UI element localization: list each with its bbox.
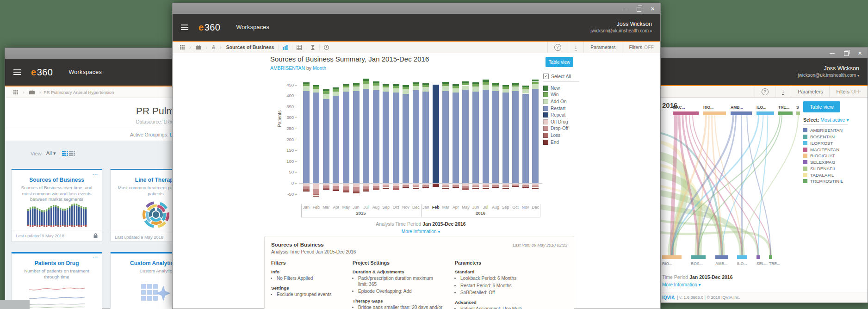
bar-segment[interactable] bbox=[512, 85, 519, 87]
bar-segment[interactable] bbox=[373, 81, 379, 83]
bar-segment[interactable] bbox=[422, 87, 429, 91]
bar-segment[interactable] bbox=[453, 187, 459, 188]
grid-view-icon[interactable] bbox=[62, 151, 68, 156]
legend-item-new[interactable]: New bbox=[543, 85, 568, 92]
view-filter-dropdown[interactable]: All ▾ bbox=[46, 150, 56, 156]
bar-segment[interactable] bbox=[333, 87, 339, 89]
bar-segment[interactable] bbox=[512, 91, 519, 183]
bar-segment[interactable] bbox=[323, 89, 329, 91]
bar-segment[interactable] bbox=[313, 89, 319, 93]
bar-segment[interactable] bbox=[433, 85, 439, 183]
bar-segment[interactable] bbox=[472, 82, 479, 84]
bar-segment[interactable] bbox=[532, 188, 539, 189]
bar-segment[interactable] bbox=[442, 82, 449, 84]
bar-segment[interactable] bbox=[353, 83, 360, 85]
bar-segment[interactable] bbox=[303, 186, 310, 190]
legend-item-restart[interactable]: Restart bbox=[543, 105, 568, 112]
bar-segment[interactable] bbox=[353, 184, 360, 187]
workspace-icon[interactable] bbox=[29, 90, 35, 94]
bar-segment[interactable] bbox=[313, 189, 319, 193]
bar-segment[interactable] bbox=[353, 187, 360, 191]
bar-segment[interactable] bbox=[403, 187, 409, 188]
legend-item-add_on[interactable]: Add-On bbox=[543, 98, 568, 105]
filters-toggle[interactable]: FiltersOFF bbox=[622, 42, 660, 53]
bar-segment[interactable] bbox=[393, 84, 399, 86]
bar-segment[interactable] bbox=[333, 190, 339, 191]
bar-segment[interactable] bbox=[313, 87, 319, 88]
bar-segment[interactable] bbox=[442, 86, 449, 91]
bar-segment[interactable] bbox=[472, 92, 479, 183]
bar-segment[interactable] bbox=[393, 93, 399, 183]
bar-segment[interactable] bbox=[313, 184, 319, 189]
bar-segment[interactable] bbox=[353, 192, 360, 193]
bar-segment[interactable] bbox=[343, 192, 349, 192]
bar-segment[interactable] bbox=[453, 88, 459, 93]
bar-segment[interactable] bbox=[393, 190, 399, 190]
bar-segment[interactable] bbox=[393, 88, 399, 93]
bar-segment[interactable] bbox=[333, 186, 339, 189]
analytic-card[interactable]: ⋯Sources of BusinessSources of Business … bbox=[11, 169, 102, 242]
bar-segment[interactable] bbox=[532, 84, 539, 89]
table-view-button[interactable]: Table view bbox=[546, 57, 573, 67]
bar-segment[interactable] bbox=[532, 89, 539, 183]
parameters-button[interactable]: Parameters bbox=[791, 86, 829, 97]
sankey-bottom-node[interactable] bbox=[769, 255, 772, 259]
bar-segment[interactable] bbox=[403, 94, 409, 183]
select-all-checkbox[interactable]: ✓Select All bbox=[543, 74, 571, 79]
sankey-diagram[interactable]: MAC...RIO...AMB...ILO...TRE...SRIO...BOS… bbox=[660, 100, 822, 271]
bar-segment[interactable] bbox=[502, 93, 509, 183]
legend-item-win[interactable]: Win bbox=[543, 92, 568, 99]
sankey-top-node[interactable] bbox=[703, 111, 726, 115]
legend-item-loss[interactable]: Loss bbox=[543, 132, 568, 139]
sankey-bottom-node[interactable] bbox=[737, 255, 747, 259]
bar-segment[interactable] bbox=[343, 84, 349, 86]
legend-item-drop_off[interactable]: Drop-Off bbox=[543, 125, 568, 132]
list-view-icon[interactable] bbox=[69, 151, 75, 156]
bar-segment[interactable] bbox=[512, 83, 519, 85]
bar-segment[interactable] bbox=[333, 89, 339, 92]
analysis-icon[interactable]: & bbox=[212, 45, 215, 50]
bar-segment[interactable] bbox=[363, 89, 369, 183]
bar-segment[interactable] bbox=[462, 190, 469, 190]
bar-segment[interactable] bbox=[373, 90, 379, 183]
bar-segment[interactable] bbox=[472, 87, 479, 91]
bar-segment[interactable] bbox=[353, 85, 360, 87]
bar-segment[interactable] bbox=[393, 86, 399, 88]
legend-item-repeat[interactable]: Repeat bbox=[543, 111, 568, 118]
help-button[interactable]: ? bbox=[755, 86, 775, 97]
bar-segment[interactable] bbox=[413, 90, 419, 183]
bar-segment[interactable] bbox=[343, 186, 349, 190]
bar-segment[interactable] bbox=[363, 81, 369, 84]
minimize-button[interactable]: — bbox=[830, 50, 835, 56]
help-button[interactable]: ? bbox=[547, 42, 568, 53]
sankey-top-node[interactable] bbox=[673, 111, 699, 115]
sankey-bottom-node[interactable] bbox=[662, 255, 682, 259]
bar-segment[interactable] bbox=[522, 89, 529, 93]
bar-segment[interactable] bbox=[483, 188, 489, 189]
bar-segment[interactable] bbox=[433, 184, 439, 187]
bar-segment[interactable] bbox=[502, 89, 509, 93]
bar-segment[interactable] bbox=[323, 99, 329, 183]
bar-segment[interactable] bbox=[502, 87, 509, 88]
bar-segment[interactable] bbox=[373, 83, 379, 86]
bar-segment[interactable] bbox=[483, 82, 489, 85]
bar-segment[interactable] bbox=[422, 187, 429, 188]
bar-segment[interactable] bbox=[373, 190, 379, 190]
bar-segment[interactable] bbox=[313, 85, 319, 87]
sankey-top-node[interactable] bbox=[796, 111, 800, 115]
bar-segment[interactable] bbox=[383, 86, 389, 87]
bar-segment[interactable] bbox=[442, 188, 449, 189]
table-view-icon[interactable] bbox=[292, 45, 306, 50]
bar-segment[interactable] bbox=[483, 80, 489, 82]
more-information-link[interactable]: More Information ▾ bbox=[662, 282, 701, 287]
bar-segment[interactable] bbox=[502, 188, 509, 189]
restore-button[interactable] bbox=[844, 51, 849, 56]
bar-segment[interactable] bbox=[403, 85, 409, 87]
bar-segment[interactable] bbox=[343, 86, 349, 87]
bar-segment[interactable] bbox=[303, 86, 310, 91]
bar-segment[interactable] bbox=[413, 188, 419, 189]
bar-segment[interactable] bbox=[383, 92, 389, 183]
apps-grid-icon[interactable] bbox=[180, 45, 185, 49]
bar-segment[interactable] bbox=[333, 92, 339, 96]
bar-segment[interactable] bbox=[403, 87, 409, 89]
